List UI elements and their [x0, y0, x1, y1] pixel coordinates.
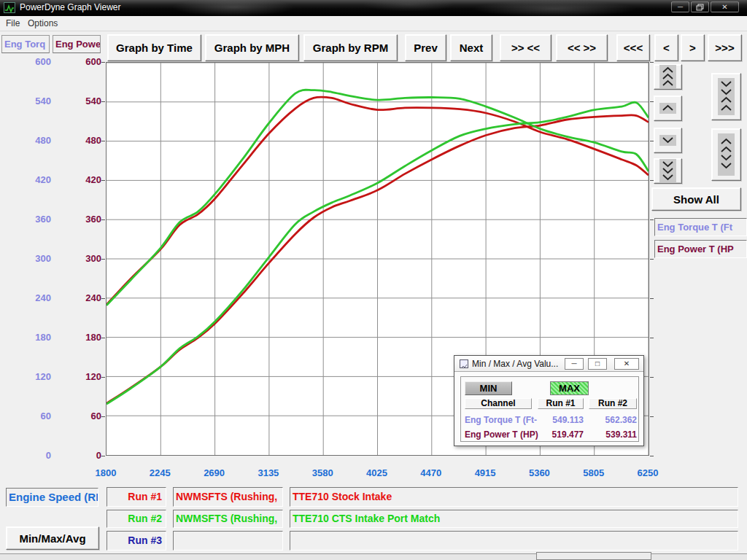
- chevron-icon: [659, 65, 676, 89]
- tab-eng-torque[interactable]: Eng Torq: [1, 35, 50, 53]
- window-title: PowerDyne Graph Viewer: [20, 2, 121, 12]
- chevron-icon: [718, 78, 735, 115]
- y-scroll-up-button[interactable]: [654, 96, 682, 121]
- torque-axis-label: 120: [15, 371, 51, 383]
- y-scroll-up-fast-button[interactable]: [654, 64, 682, 90]
- minmax-value-run2: 539.311: [589, 429, 637, 440]
- rpm-axis-label: 4025: [354, 467, 400, 478]
- run-file-field-2[interactable]: NWMSFTS (Rushing,: [173, 510, 283, 528]
- minmax-minimize-button[interactable]: ─: [565, 358, 584, 370]
- axis-tick: [101, 298, 105, 299]
- zoom-out-x-button[interactable]: << >>: [556, 34, 608, 61]
- minmax-maximize-button[interactable]: □: [588, 358, 607, 370]
- axis-tick: [650, 377, 654, 378]
- show-all-button[interactable]: Show All: [651, 187, 741, 211]
- axis-tick: [101, 219, 105, 220]
- axis-tick: [650, 259, 654, 260]
- minmax-header-channel[interactable]: Channel: [465, 398, 532, 409]
- min-toggle-button[interactable]: MIN: [465, 381, 512, 395]
- torque-axis-label: 480: [15, 135, 51, 147]
- y-scroll-down-button[interactable]: [654, 128, 682, 153]
- run-file-field-3[interactable]: [173, 531, 283, 551]
- minmax-header-run-2[interactable]: Run #2: [589, 398, 637, 409]
- axis-tick: [101, 456, 105, 456]
- axis-tick: [101, 259, 105, 260]
- y-zoom-in-button[interactable]: [711, 73, 741, 120]
- app-window: PowerDyne Graph Viewer ─ ✕ File Options …: [0, 0, 747, 560]
- scroll-left-fast-button[interactable]: <<<: [616, 34, 650, 61]
- rpm-axis-label: 5805: [570, 467, 617, 478]
- max-toggle-button[interactable]: MAX: [550, 381, 589, 395]
- zoom-in-x-button[interactable]: >> <<: [500, 34, 551, 61]
- scroll-right-button[interactable]: >: [681, 34, 705, 61]
- power-axis-label: 360: [65, 214, 101, 225]
- minmax-value-run1: 519.477: [538, 429, 584, 440]
- run-desc-field-3[interactable]: [290, 531, 738, 551]
- run-file-field-1[interactable]: NWMSFTS (Rushing,: [173, 487, 283, 507]
- torque-channel-field[interactable]: Eng Torque T (Ft: [654, 218, 747, 236]
- prev-button[interactable]: Prev: [405, 34, 446, 61]
- graph-by-time-button[interactable]: Graph by Time: [107, 34, 201, 61]
- menu-bar: File Options: [0, 16, 747, 31]
- torque-axis-label: 360: [15, 214, 51, 225]
- run-label-field-1[interactable]: Run #1: [107, 487, 166, 507]
- close-button[interactable]: ✕: [711, 1, 739, 12]
- minmax-dialog-titlebar[interactable]: Min / Max / Avg Valu... ─ □ ✕: [454, 356, 643, 372]
- rpm-axis-label: 3135: [245, 467, 292, 478]
- title-bar: PowerDyne Graph Viewer ─ ✕: [0, 0, 747, 16]
- minmax-dialog[interactable]: Min / Max / Avg Valu... ─ □ ✕ MIN MAX Ch…: [454, 355, 644, 446]
- run-label-field-2[interactable]: Run #2: [107, 510, 166, 528]
- rpm-axis-label: 3580: [299, 467, 346, 478]
- minmax-header-run-1[interactable]: Run #1: [538, 398, 584, 409]
- run-desc-field-1[interactable]: TTE710 Stock Intake: [290, 487, 738, 507]
- rpm-axis-label: 6250: [624, 467, 671, 478]
- power-channel-field[interactable]: Eng Power T (HP: [654, 240, 747, 258]
- chevron-icon: [718, 133, 735, 176]
- menu-file[interactable]: File: [6, 18, 20, 28]
- y-zoom-out-button[interactable]: [711, 128, 741, 181]
- axis-tick: [650, 219, 654, 220]
- axis-tick: [101, 180, 105, 181]
- power-axis-label: 120: [65, 371, 101, 383]
- minmax-avg-button[interactable]: Min/Max/Avg: [6, 526, 99, 550]
- minmax-value-run2: 562.362: [589, 415, 637, 425]
- power-axis-label: 480: [65, 135, 101, 147]
- torque-axis-label: 180: [15, 332, 51, 343]
- axis-tick: [101, 377, 105, 378]
- torque-axis-label: 0: [15, 450, 51, 462]
- power-axis-label: 180: [65, 332, 101, 343]
- y-scroll-down-fast-button[interactable]: [654, 158, 682, 184]
- axis-tick: [101, 416, 105, 417]
- minimize-button[interactable]: ─: [671, 1, 689, 12]
- app-icon: [4, 2, 15, 13]
- run-label-field-3[interactable]: Run #3: [107, 531, 166, 551]
- axis-tick: [650, 62, 654, 63]
- axis-tick: [650, 416, 654, 417]
- rpm-axis-label: 1800: [82, 467, 129, 478]
- power-axis-label: 60: [65, 411, 101, 422]
- minmax-row-channel: Eng Power T (HP): [465, 429, 538, 440]
- status-box: [536, 552, 651, 560]
- axis-tick: [650, 456, 654, 456]
- graph-by-mph-button[interactable]: Graph by MPH: [205, 34, 299, 61]
- chevron-icon: [659, 159, 676, 183]
- next-button[interactable]: Next: [450, 34, 492, 61]
- minmax-row-channel: Eng Torque T (Ft-: [465, 415, 537, 425]
- torque-axis-label: 600: [15, 56, 51, 68]
- minmax-close-button[interactable]: ✕: [614, 358, 639, 370]
- scroll-left-button[interactable]: <: [654, 34, 678, 61]
- torque-axis-label: 240: [15, 292, 51, 304]
- torque-axis-label: 300: [15, 253, 51, 265]
- scroll-right-fast-button[interactable]: >>>: [708, 34, 742, 61]
- rpm-axis-label: 4470: [408, 467, 454, 478]
- rpm-axis-label: 2245: [136, 467, 183, 478]
- tab-eng-power[interactable]: Eng Powe: [53, 35, 101, 53]
- x-channel-field[interactable]: Engine Speed (RP: [6, 488, 98, 507]
- run-desc-field-2[interactable]: TTE710 CTS Intake Port Match: [290, 510, 738, 528]
- maximize-button[interactable]: [691, 1, 709, 12]
- menu-options[interactable]: Options: [28, 18, 58, 28]
- power-axis-label: 540: [65, 96, 101, 107]
- graph-by-rpm-button[interactable]: Graph by RPM: [303, 34, 398, 61]
- rpm-axis-label: 4915: [462, 467, 508, 478]
- torque-axis-label: 60: [15, 411, 51, 422]
